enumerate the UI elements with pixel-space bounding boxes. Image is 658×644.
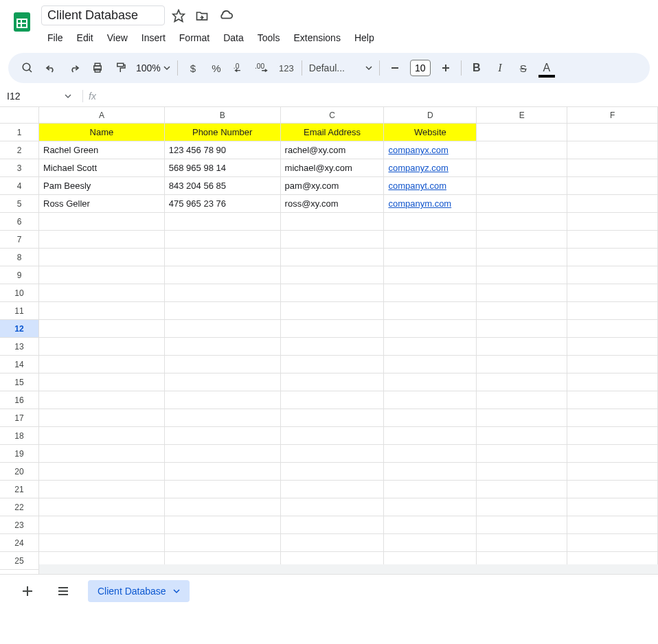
cell-C19[interactable] — [281, 445, 385, 463]
column-header-f[interactable]: F — [567, 107, 658, 123]
cell-E14[interactable] — [477, 356, 567, 373]
row-header-24[interactable]: 24 — [0, 534, 38, 552]
cell-B18[interactable] — [165, 427, 281, 445]
row-header-23[interactable]: 23 — [0, 516, 38, 534]
row-header-15[interactable]: 15 — [0, 373, 38, 391]
row-header-26[interactable]: 26 — [0, 570, 38, 574]
row-header-14[interactable]: 14 — [0, 356, 38, 373]
row-header-2[interactable]: 2 — [0, 141, 38, 159]
cell-A7[interactable] — [39, 231, 165, 249]
font-size-input[interactable] — [410, 60, 431, 76]
document-title[interactable]: Clilent Database — [41, 5, 165, 25]
cell-B11[interactable] — [165, 302, 281, 320]
cell-B16[interactable] — [165, 391, 281, 409]
cell-C2[interactable]: rachel@xy.com — [281, 141, 385, 159]
cell-D1[interactable]: Website — [384, 124, 477, 141]
cell-D9[interactable] — [384, 266, 477, 284]
cell-D18[interactable] — [384, 427, 477, 445]
increase-font-size-button[interactable] — [435, 57, 457, 79]
cell-F18[interactable] — [567, 427, 658, 445]
cell-F4[interactable] — [567, 177, 658, 195]
cell-C6[interactable] — [281, 213, 385, 231]
cell-A8[interactable] — [39, 249, 165, 266]
cell-B7[interactable] — [165, 231, 281, 249]
cell-B17[interactable] — [165, 409, 281, 427]
cell-E9[interactable] — [477, 266, 567, 284]
star-icon[interactable] — [172, 9, 185, 23]
menu-file[interactable]: File — [41, 30, 69, 46]
cell-F8[interactable] — [567, 249, 658, 266]
row-header-21[interactable]: 21 — [0, 481, 38, 498]
row-header-7[interactable]: 7 — [0, 231, 38, 249]
cell-C9[interactable] — [281, 266, 385, 284]
cell-E15[interactable] — [477, 373, 567, 391]
cell-E16[interactable] — [477, 391, 567, 409]
cell-D13[interactable] — [384, 338, 477, 356]
cell-C17[interactable] — [281, 409, 385, 427]
cell-B8[interactable] — [165, 249, 281, 266]
cell-A13[interactable] — [39, 338, 165, 356]
percent-button[interactable]: % — [205, 57, 227, 79]
cell-A19[interactable] — [39, 445, 165, 463]
cell-F12[interactable] — [567, 320, 658, 338]
menu-data[interactable]: Data — [217, 30, 250, 46]
cell-A4[interactable]: Pam Beesly — [39, 177, 165, 195]
cell-C1[interactable]: Email Address — [281, 124, 385, 141]
cell-D20[interactable] — [384, 463, 477, 481]
cell-B24[interactable] — [165, 534, 281, 552]
cell-A10[interactable] — [39, 284, 165, 302]
cell-A1[interactable]: Name — [39, 124, 165, 141]
cell-B20[interactable] — [165, 463, 281, 481]
cell-D21[interactable] — [384, 481, 477, 498]
cell-E1[interactable] — [477, 124, 567, 141]
cell-E19[interactable] — [477, 445, 567, 463]
cell-B14[interactable] — [165, 356, 281, 373]
cell-F9[interactable] — [567, 266, 658, 284]
cell-C11[interactable] — [281, 302, 385, 320]
cell-C3[interactable]: michael@xy.com — [281, 159, 385, 177]
cell-F11[interactable] — [567, 302, 658, 320]
cell-A17[interactable] — [39, 409, 165, 427]
row-header-17[interactable]: 17 — [0, 409, 38, 427]
cell-D23[interactable] — [384, 516, 477, 534]
print-icon[interactable] — [87, 57, 109, 79]
menu-help[interactable]: Help — [348, 30, 381, 46]
add-sheet-button[interactable] — [16, 580, 38, 602]
name-box[interactable]: I12 — [0, 91, 77, 102]
cell-A11[interactable] — [39, 302, 165, 320]
cell-A23[interactable] — [39, 516, 165, 534]
row-header-13[interactable]: 13 — [0, 338, 38, 356]
cell-C21[interactable] — [281, 481, 385, 498]
cell-C23[interactable] — [281, 516, 385, 534]
cell-B21[interactable] — [165, 481, 281, 498]
text-color-button[interactable]: A — [536, 57, 558, 79]
cell-B22[interactable] — [165, 498, 281, 516]
row-header-25[interactable]: 25 — [0, 552, 38, 570]
cell-F20[interactable] — [567, 463, 658, 481]
cell-E5[interactable] — [477, 195, 567, 213]
row-header-6[interactable]: 6 — [0, 213, 38, 231]
cell-B1[interactable]: Phone Number — [165, 124, 281, 141]
cell-C18[interactable] — [281, 427, 385, 445]
cell-D12[interactable] — [384, 320, 477, 338]
cell-E22[interactable] — [477, 498, 567, 516]
undo-icon[interactable] — [40, 57, 62, 79]
column-header-c[interactable]: C — [281, 107, 385, 123]
cell-F15[interactable] — [567, 373, 658, 391]
row-header-3[interactable]: 3 — [0, 159, 38, 177]
paint-format-icon[interactable] — [110, 57, 132, 79]
cell-E6[interactable] — [477, 213, 567, 231]
menu-view[interactable]: View — [101, 30, 134, 46]
cell-D8[interactable] — [384, 249, 477, 266]
cell-F3[interactable] — [567, 159, 658, 177]
cell-B13[interactable] — [165, 338, 281, 356]
cell-B23[interactable] — [165, 516, 281, 534]
cloud-status-icon[interactable] — [218, 8, 234, 23]
increase-decimal-button[interactable]: .00 — [252, 57, 274, 79]
cell-C15[interactable] — [281, 373, 385, 391]
cell-D16[interactable] — [384, 391, 477, 409]
cell-C8[interactable] — [281, 249, 385, 266]
search-icon[interactable] — [16, 57, 38, 79]
row-header-5[interactable]: 5 — [0, 195, 38, 213]
cell-C4[interactable]: pam@xy.com — [281, 177, 385, 195]
